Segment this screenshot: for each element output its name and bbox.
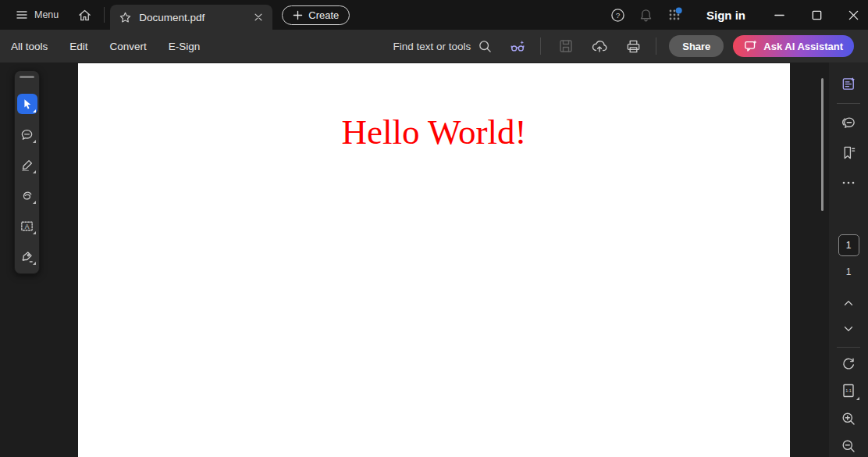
window-close-icon: [848, 9, 859, 21]
hamburger-icon: [16, 9, 28, 21]
svg-text:?: ?: [616, 11, 621, 20]
create-label: Create: [308, 9, 339, 21]
menu-button[interactable]: Menu: [16, 9, 59, 21]
right-rail: 1 1:1: [829, 62, 868, 457]
chat-sparkle-icon: [744, 39, 758, 53]
vertical-scrollbar[interactable]: [821, 78, 824, 211]
home-button[interactable]: [77, 8, 92, 23]
notification-dot: [676, 8, 682, 14]
cloud-upload-icon: [591, 37, 608, 55]
page-fit-icon: 1:1: [841, 383, 856, 398]
tab-close-icon[interactable]: [253, 12, 264, 23]
save-icon: [558, 38, 574, 54]
waffle-icon: [667, 6, 684, 23]
dropdown-caret: [856, 397, 859, 400]
rail-divider: [837, 103, 860, 104]
rotate-icon: [841, 356, 856, 372]
rotate-page-button[interactable]: [841, 356, 856, 372]
titlebar-divider: [104, 7, 105, 23]
notifications-button[interactable]: [639, 8, 653, 23]
toolbar-divider-2: [656, 37, 656, 55]
share-button[interactable]: Share: [669, 35, 724, 57]
window-minimize-button[interactable]: [774, 9, 785, 21]
window-maximize-button[interactable]: [811, 9, 823, 21]
page-fit-button[interactable]: 1:1: [841, 383, 856, 398]
rail-divider-2: [837, 347, 860, 348]
bookmark-icon: [841, 145, 857, 161]
chevron-down-icon: [841, 322, 856, 336]
zoom-in-icon: [841, 411, 856, 427]
find-label: Find text or tools: [393, 41, 471, 52]
menu-label: Menu: [34, 9, 59, 20]
tool-fill-sign[interactable]: [17, 246, 37, 266]
help-icon: ?: [610, 8, 625, 23]
help-button[interactable]: ?: [610, 8, 625, 23]
find-tools-button[interactable]: Find text or tools: [393, 39, 493, 54]
svg-text:1:1: 1:1: [845, 388, 852, 393]
comments-panel-button[interactable]: [841, 115, 857, 131]
create-button[interactable]: Create: [282, 5, 350, 25]
zoom-in-button[interactable]: [841, 411, 856, 427]
share-label: Share: [682, 41, 710, 52]
dropdown-caret: [33, 109, 36, 112]
tool-comment[interactable]: [17, 124, 37, 145]
dropdown-caret: [33, 201, 36, 204]
comments-icon: [841, 115, 857, 131]
ai-glasses-icon: [510, 38, 526, 55]
pdf-page: Hello World!: [78, 63, 790, 457]
sign-in-button[interactable]: Sign in: [706, 9, 745, 22]
upload-cloud-button[interactable]: [591, 37, 608, 55]
dropdown-caret: [33, 170, 36, 173]
printer-icon: [625, 38, 642, 55]
search-icon: [478, 39, 493, 54]
quick-tools-panel: A: [14, 70, 40, 274]
nav-esign[interactable]: E-Sign: [169, 41, 201, 52]
chevron-up-icon: [841, 296, 856, 310]
plus-icon: [293, 10, 303, 20]
app-switcher-button[interactable]: [667, 6, 684, 23]
ai-assistant-panel-button[interactable]: [841, 76, 857, 92]
generative-summary-button[interactable]: [510, 38, 526, 55]
print-button[interactable]: [625, 38, 642, 55]
tool-select[interactable]: [17, 94, 37, 114]
save-button[interactable]: [558, 38, 574, 54]
ask-ai-label: Ask AI Assistant: [763, 41, 843, 52]
dropdown-caret: [33, 231, 36, 234]
toolbar-divider: [540, 37, 541, 55]
tab-title: Document.pdf: [139, 12, 253, 23]
tool-draw[interactable]: [17, 185, 37, 205]
page-text: Hello World!: [78, 115, 790, 150]
ai-assistant-icon: [841, 76, 857, 92]
document-canvas: Hello World!: [0, 62, 829, 457]
dropdown-caret: [33, 262, 36, 265]
page-number-input[interactable]: [838, 234, 859, 256]
maximize-icon: [811, 9, 823, 21]
page-total-label: 1: [846, 266, 852, 277]
nav-all-tools[interactable]: All tools: [11, 41, 48, 52]
home-icon: [77, 8, 92, 23]
bookmarks-panel-button[interactable]: [841, 145, 857, 161]
titlebar: Menu Document.pdf Create ?: [0, 0, 868, 30]
zoom-out-icon: [841, 438, 856, 454]
more-panels-button[interactable]: [841, 175, 856, 191]
star-icon[interactable]: [119, 11, 132, 24]
bell-icon: [639, 8, 653, 23]
dropdown-caret: [33, 140, 36, 143]
window-close-button[interactable]: [848, 9, 859, 21]
ask-ai-assistant-button[interactable]: Ask AI Assistant: [733, 35, 854, 57]
next-page-button[interactable]: [841, 322, 856, 336]
toolbar: All tools Edit Convert E-Sign Find text …: [0, 30, 868, 62]
document-tab[interactable]: Document.pdf: [110, 5, 272, 30]
nav-edit[interactable]: Edit: [69, 41, 87, 52]
nav-convert[interactable]: Convert: [110, 41, 147, 52]
zoom-out-button[interactable]: [841, 438, 856, 454]
ellipsis-icon: [841, 175, 856, 191]
panel-drag-handle[interactable]: [20, 76, 34, 78]
tool-add-text[interactable]: A: [17, 216, 37, 236]
tool-highlight[interactable]: [17, 155, 37, 175]
svg-text:A: A: [25, 222, 30, 230]
minimize-icon: [774, 9, 785, 21]
previous-page-button[interactable]: [841, 296, 856, 310]
